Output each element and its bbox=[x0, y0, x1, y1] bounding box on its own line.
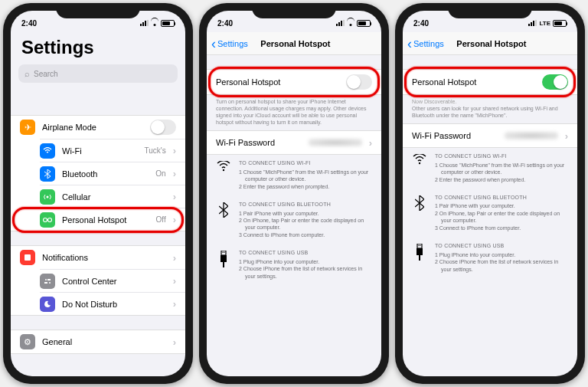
status-icons: LTE bbox=[528, 20, 567, 27]
row-dnd[interactable]: Do Not Disturb › bbox=[40, 292, 185, 315]
search-input[interactable]: ⌕ Search bbox=[18, 64, 178, 83]
svg-rect-10 bbox=[223, 252, 224, 254]
row-general[interactable]: ⚙ General › bbox=[11, 330, 185, 353]
usb-instruction-icon bbox=[412, 242, 427, 261]
search-icon: ⌕ bbox=[24, 69, 30, 78]
instructions-wifi: TO CONNECT USING WI-FI Choose "MichPhone… bbox=[207, 155, 381, 196]
svg-point-7 bbox=[49, 282, 51, 284]
chevron-right-icon: › bbox=[173, 168, 176, 179]
page-title: Personal Hotspot bbox=[410, 39, 573, 48]
svg-rect-9 bbox=[221, 251, 226, 255]
chevron-right-icon: › bbox=[173, 145, 176, 156]
row-cellular[interactable]: Cellular › bbox=[40, 185, 185, 208]
battery-icon bbox=[553, 20, 567, 27]
row-hotspot-toggle[interactable]: Personal Hotspot bbox=[403, 70, 577, 94]
hotspot-toggle[interactable] bbox=[346, 74, 372, 90]
row-personal-hotspot[interactable]: Personal Hotspot Off › bbox=[40, 208, 185, 231]
wifi-instruction-icon bbox=[216, 159, 231, 172]
svg-rect-11 bbox=[224, 252, 225, 254]
lte-indicator: LTE bbox=[539, 20, 550, 27]
svg-rect-19 bbox=[419, 255, 420, 261]
page-title: Settings bbox=[11, 32, 185, 64]
control-center-icon bbox=[40, 274, 55, 289]
svg-rect-3 bbox=[24, 254, 31, 261]
wifi-password-value bbox=[505, 132, 558, 139]
wifi-icon bbox=[347, 20, 354, 26]
hotspot-row-icon bbox=[40, 212, 55, 228]
svg-point-1 bbox=[44, 218, 47, 221]
svg-rect-18 bbox=[416, 248, 423, 255]
svg-point-4 bbox=[45, 279, 47, 280]
svg-rect-5 bbox=[47, 279, 51, 280]
wifi-instruction-icon bbox=[412, 153, 427, 165]
bluetooth-instruction-icon bbox=[216, 201, 231, 218]
svg-rect-16 bbox=[419, 245, 420, 247]
airplane-icon: ✈ bbox=[20, 120, 35, 135]
bluetooth-row-icon bbox=[40, 166, 55, 182]
hotspot-toggle[interactable] bbox=[542, 74, 568, 90]
status-icons bbox=[336, 20, 371, 27]
svg-point-2 bbox=[48, 218, 52, 221]
row-hotspot-toggle[interactable]: Personal Hotspot bbox=[207, 70, 381, 94]
hotspot-help-text: Turn on personal hotspot to share your i… bbox=[207, 95, 381, 130]
search-placeholder: Search bbox=[34, 70, 58, 78]
chevron-right-icon: › bbox=[173, 336, 176, 348]
row-wifi-password[interactable]: Wi-Fi Password › bbox=[207, 131, 381, 154]
chevron-right-icon: › bbox=[369, 137, 372, 149]
dnd-icon bbox=[40, 297, 55, 312]
wifi-row-icon bbox=[40, 143, 55, 159]
battery-icon bbox=[161, 20, 175, 27]
svg-point-8 bbox=[223, 169, 224, 171]
svg-point-0 bbox=[47, 195, 49, 198]
row-wifi[interactable]: Wi-Fi Tuck's › bbox=[40, 139, 185, 162]
page-title: Personal Hotspot bbox=[214, 39, 377, 48]
wifi-icon bbox=[151, 20, 158, 26]
airplane-toggle[interactable] bbox=[150, 120, 176, 135]
instructions-usb: TO CONNECT USING USB Plug iPhone into yo… bbox=[403, 238, 577, 279]
row-wifi-password[interactable]: Wi-Fi Password › bbox=[403, 124, 577, 147]
cellular-row-icon bbox=[40, 189, 55, 205]
status-time: 2:40 bbox=[413, 19, 452, 28]
chevron-right-icon: › bbox=[173, 275, 176, 287]
instructions-bluetooth: TO CONNECT USING BLUETOOTH Pair iPhone w… bbox=[207, 196, 381, 244]
wifi-password-value bbox=[309, 139, 362, 146]
bluetooth-instruction-icon bbox=[412, 194, 427, 211]
svg-rect-13 bbox=[223, 262, 224, 267]
row-notifications[interactable]: Notifications › bbox=[11, 246, 185, 269]
discoverable-text: Now Discoverable. Other users can look f… bbox=[403, 95, 577, 123]
svg-rect-15 bbox=[417, 244, 422, 248]
chevron-right-icon: › bbox=[173, 298, 176, 310]
instructions-bluetooth: TO CONNECT USING BLUETOOTH Pair iPhone w… bbox=[403, 189, 577, 238]
gear-icon: ⚙ bbox=[20, 334, 35, 349]
battery-icon bbox=[357, 20, 371, 27]
status-time: 2:40 bbox=[217, 19, 256, 28]
notifications-icon bbox=[20, 250, 35, 265]
row-control-center[interactable]: Control Center › bbox=[40, 269, 185, 292]
row-airplane-mode[interactable]: ✈ Airplane Mode bbox=[11, 116, 185, 139]
status-time: 2:40 bbox=[21, 19, 60, 28]
row-bluetooth[interactable]: Bluetooth On › bbox=[40, 162, 185, 185]
svg-rect-17 bbox=[420, 245, 421, 247]
chevron-right-icon: › bbox=[173, 214, 176, 225]
instructions-wifi: TO CONNECT USING WI-FI Choose "MichPhone… bbox=[403, 148, 577, 189]
svg-rect-6 bbox=[44, 282, 47, 284]
chevron-right-icon: › bbox=[173, 252, 176, 264]
usb-instruction-icon bbox=[216, 249, 231, 267]
chevron-right-icon: › bbox=[565, 130, 568, 142]
instructions-usb: TO CONNECT USING USB Plug iPhone into yo… bbox=[207, 244, 381, 286]
svg-point-14 bbox=[419, 162, 420, 164]
chevron-right-icon: › bbox=[173, 191, 176, 202]
status-icons bbox=[140, 20, 175, 27]
svg-rect-12 bbox=[220, 255, 227, 262]
